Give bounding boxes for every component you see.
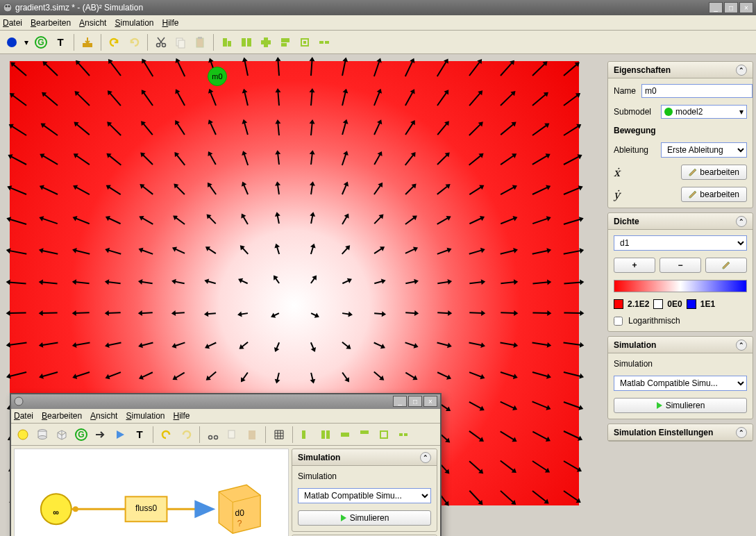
sub-tool-align-2[interactable] — [317, 426, 335, 444]
tool-align-4[interactable] — [276, 33, 294, 51]
sub-tool-align-1[interactable] — [297, 426, 315, 444]
svg-point-33 — [215, 435, 218, 439]
tool-paste[interactable] — [191, 33, 209, 51]
density-select[interactable]: d1 — [614, 235, 747, 251]
app-icon — [3, 3, 12, 12]
window-title: gradient3.simz * - (AB)² Simulation — [15, 3, 143, 12]
sub-tool-cut[interactable] — [204, 426, 222, 444]
properties-header[interactable]: Eigenschaften ⌃ — [608, 62, 753, 78]
main-titlebar: gradient3.simz * - (AB)² Simulation _ □ … — [0, 0, 756, 15]
sub-close-button[interactable]: × — [423, 396, 437, 407]
menu-help[interactable]: Hilfe — [162, 18, 179, 28]
derivative-select[interactable]: Erste Ableitung — [661, 142, 747, 158]
menu-view[interactable]: Ansicht — [79, 18, 106, 28]
sub-tool-cube[interactable] — [53, 426, 71, 444]
name-label: Name — [614, 86, 636, 96]
svg-point-29 — [38, 435, 47, 439]
sub-maximize-button[interactable]: □ — [408, 396, 422, 407]
sub-menu-view[interactable]: Ansicht — [90, 411, 117, 421]
sub-menu-simulation[interactable]: Simulation — [126, 411, 165, 421]
tool-align-3[interactable] — [257, 33, 275, 51]
collapse-icon[interactable]: ⌃ — [736, 340, 747, 351]
tool-g-button[interactable]: G — [32, 33, 50, 51]
sub-tool-redo[interactable] — [177, 426, 195, 444]
density-remove-button[interactable]: − — [660, 258, 701, 273]
density-panel: Dichte ⌃ d1 + − 2.1E2 0E0 1E1 Logarithmi… — [607, 212, 753, 332]
simulation-settings-panel: Simulation Einstellungen ⌃ — [607, 424, 753, 442]
tool-redo[interactable] — [125, 33, 143, 51]
menu-file[interactable]: Datei — [3, 18, 22, 28]
tool-align-1[interactable] — [218, 33, 236, 51]
submodel-select[interactable]: model2 ▾ — [661, 105, 747, 119]
pencil-icon — [722, 261, 730, 269]
sub-tool-align-4[interactable] — [355, 426, 373, 444]
sub-tool-undo[interactable] — [158, 426, 176, 444]
pencil-icon — [689, 168, 697, 176]
sub-canvas[interactable]: ∞ fluss0 d0 ? — [14, 449, 289, 536]
tool-undo[interactable] — [106, 33, 124, 51]
tool-align-5[interactable] — [296, 33, 314, 51]
svg-rect-20 — [281, 43, 287, 47]
simulate-button[interactable]: Simulieren — [614, 398, 747, 413]
sub-menu-file[interactable]: Datei — [14, 411, 33, 421]
density-edit-button[interactable] — [705, 258, 747, 273]
sub-menu-edit[interactable]: Bearbeiten — [42, 411, 82, 421]
density-header[interactable]: Dichte ⌃ — [608, 213, 753, 230]
collapse-icon[interactable]: ⌃ — [736, 65, 747, 76]
svg-rect-34 — [228, 430, 235, 438]
ydot-label: ẏ — [614, 188, 655, 201]
close-button[interactable]: × — [739, 2, 753, 13]
sub-tool-play-blue[interactable] — [111, 426, 129, 444]
sub-tool-paste[interactable] — [243, 426, 261, 444]
sub-tool-align-3[interactable] — [336, 426, 354, 444]
xdot-label: ẋ — [614, 166, 655, 179]
simulation-engine-select[interactable]: Matlab Compatible Simu... — [614, 376, 747, 391]
sub-titlebar[interactable]: _ □ × — [11, 394, 440, 409]
sub-tool-copy[interactable] — [224, 426, 242, 444]
tool-cut[interactable] — [152, 33, 170, 51]
collapse-icon[interactable]: ⌃ — [736, 427, 747, 438]
tool-text[interactable]: T — [51, 33, 69, 51]
sub-tool-arrow-right[interactable] — [92, 426, 110, 444]
sub-simulation-label: Simulation — [298, 471, 431, 481]
svg-text:∞: ∞ — [53, 508, 60, 518]
menu-simulation[interactable]: Simulation — [115, 18, 153, 28]
ydot-edit-button[interactable]: bearbeiten — [681, 187, 747, 202]
simulation-header[interactable]: Simulation ⌃ — [608, 337, 753, 353]
sub-simulation-engine-select[interactable]: Matlab Compatible Simu... — [298, 488, 431, 503]
sub-minimize-button[interactable]: _ — [393, 396, 407, 407]
tool-dropdown-icon[interactable]: ▾ — [22, 33, 31, 51]
svg-point-25 — [15, 397, 23, 405]
name-input[interactable] — [641, 84, 753, 98]
sub-window[interactable]: _ □ × Datei Bearbeiten Ansicht Simulatio… — [10, 393, 442, 536]
maximize-button[interactable]: □ — [724, 2, 738, 13]
minimize-button[interactable]: _ — [709, 2, 723, 13]
sub-simulation-header[interactable]: Simulation ⌃ — [292, 449, 437, 466]
sub-tool-grid[interactable] — [270, 426, 288, 444]
sub-tool-circle-yellow[interactable] — [14, 426, 32, 444]
sub-menu-help[interactable]: Hilfe — [174, 411, 190, 421]
svg-rect-19 — [281, 38, 289, 42]
svg-text:G: G — [37, 37, 44, 47]
sub-simulate-button[interactable]: Simulieren — [298, 510, 431, 526]
sub-tool-align-5[interactable] — [375, 426, 393, 444]
sub-tool-g[interactable]: G — [72, 426, 90, 444]
tool-save[interactable] — [78, 33, 96, 51]
collapse-icon[interactable]: ⌃ — [420, 452, 431, 463]
tool-align-2[interactable] — [237, 33, 255, 51]
tool-copy[interactable] — [171, 33, 190, 51]
play-icon — [340, 514, 347, 521]
menu-edit[interactable]: Bearbeiten — [31, 18, 71, 28]
collapse-icon[interactable]: ⌃ — [736, 216, 747, 227]
log-checkbox[interactable] — [614, 317, 623, 326]
density-add-button[interactable]: + — [614, 258, 655, 273]
tool-align-6[interactable] — [315, 33, 333, 51]
sub-tool-align-6[interactable] — [394, 426, 412, 444]
simulation-settings-header[interactable]: Simulation Einstellungen ⌃ — [608, 424, 753, 441]
m0-node[interactable]: m0 — [208, 67, 227, 86]
xdot-edit-button[interactable]: bearbeiten — [681, 165, 747, 180]
tool-circle-blue[interactable] — [3, 33, 21, 51]
sub-tool-text[interactable]: T — [131, 426, 149, 444]
svg-rect-16 — [247, 38, 251, 47]
sub-tool-cylinder[interactable] — [33, 426, 51, 444]
